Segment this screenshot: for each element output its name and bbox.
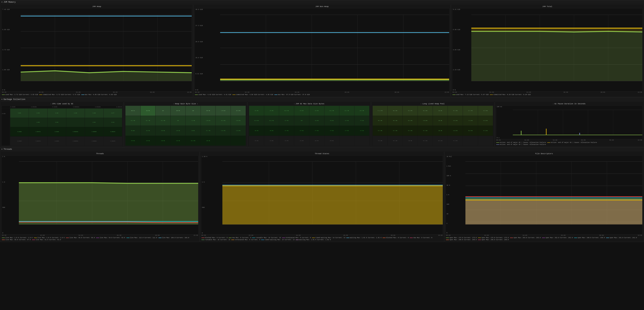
heatmap-cell: 313 MB xyxy=(433,106,448,116)
live-line-icon-5 xyxy=(126,238,130,238)
jvm-total-title: JVM Total xyxy=(452,5,642,8)
threads-x-labels: 00:00 02:00 04:00 06:00 08:00 10:00 xyxy=(2,234,198,236)
live-line-icon xyxy=(2,238,5,238)
legend-live-7: live Max: 58.0 Current: 57.0 xyxy=(2,239,31,241)
svg-marker-30 xyxy=(471,31,642,81)
heap-gain-title: ℹ Heap Gain Byte Size ▾ xyxy=(125,102,246,105)
info-icon: ℹ xyxy=(294,103,294,105)
legend-open-4: open Max: 252.0 Current: 252.0 xyxy=(542,237,573,239)
jvm-non-heap-x-labels: 00:00 02:00 04:00 06:00 08:00 10:00 xyxy=(194,91,449,93)
legend-new: new Max: 0 Current: 0 xyxy=(228,237,251,239)
heatmap-cell: 303 MB xyxy=(170,106,186,116)
heatmap-cell: 22.2 MB xyxy=(156,116,170,126)
jvm-total-legend: used Max: 7.13 GiB Current: 6.97 GiB com… xyxy=(452,93,642,96)
legend-label: open Max: 241.0 Current: 241.0 xyxy=(610,237,637,239)
jvm-memory-content: JVM Heap 7.45 GiB 5.59 GiB 3.73 GiB 1.86… xyxy=(0,4,644,97)
x-label: 06:00 xyxy=(117,235,122,236)
used-line-icon xyxy=(2,95,5,95)
threads-header[interactable]: ▾ Threads xyxy=(0,147,644,151)
jvm-non-heap-svg xyxy=(195,9,449,91)
jvm-total-svg xyxy=(452,9,642,91)
heatmap-cell: 171 MB xyxy=(309,106,324,116)
file-descriptors-panel: File Descriptors 10 Mil 1 Mil 100 K 10 K… xyxy=(444,151,644,242)
legend-label: open Max: 175.0 Current: 175.0 xyxy=(482,237,509,239)
heatmap-cell: 102 xyxy=(294,116,309,126)
chevron-icon[interactable]: ▾ xyxy=(197,103,198,105)
heatmap-cell: 5.20 MB xyxy=(231,126,246,136)
x-label: 02:00 xyxy=(40,235,45,236)
legend-label: terminated Max: 0 Current: 0 xyxy=(286,237,311,239)
legend-label: open Max: 252.0 Current: 252.0 xyxy=(546,237,573,239)
svg-marker-59 xyxy=(222,186,443,224)
max-line-icon xyxy=(81,95,84,95)
gc-content: ℹ CPU time used by GC 0.0188%0.00696%0.0… xyxy=(0,101,644,147)
heatmap-cell: 122 MB xyxy=(170,136,186,146)
heatmap-cell: 40.5 MB xyxy=(433,136,448,146)
heatmap-grid: 0.025 0.070 0.102 0.150 0.100 0.077 0.03… xyxy=(10,108,122,146)
svg-marker-10 xyxy=(21,71,192,81)
heatmap-cell: 102 xyxy=(156,106,170,116)
threads-title: Threads xyxy=(4,148,12,150)
heatmap-cell: 248 MB xyxy=(156,136,170,146)
gc-pause-x-labels: 00:00 02:00 04:00 06:00 08:00 10:00 xyxy=(496,139,642,141)
jvm-memory-header[interactable]: ▾ JVM Memory xyxy=(0,0,644,4)
open-icon-4 xyxy=(542,238,545,238)
legend-label: open Max: 240.0 Current: 240.0 xyxy=(450,239,477,241)
jvm-non-heap-legend: used Max: 4.42 GiB Current: 4.41 GiB com… xyxy=(194,93,449,96)
heatmap-cell: 50.000 xyxy=(126,126,140,136)
gc-pause-line-icon-0 xyxy=(496,142,499,143)
heatmap-cell: 311 MB xyxy=(140,106,156,116)
x-label: 10:00 xyxy=(187,91,192,93)
heatmap-cell: 0.00671% xyxy=(29,127,47,136)
x-label: 06:00 xyxy=(345,91,349,93)
file-desc-x-labels: 00:00 02:00 04:00 06:00 08:00 10:00 xyxy=(446,234,642,236)
legend-label: live Max: 54.0 Current: 53.0 xyxy=(100,237,125,239)
x-label: 00:00 xyxy=(202,235,206,236)
open-icon-1 xyxy=(446,238,449,238)
jvm-non-heap-title: JVM Non-Heap xyxy=(194,5,449,8)
legend-label: waiting Max: 1.01 K Current: 1.01 K xyxy=(299,239,331,241)
heatmap-cell: 40.5 MB xyxy=(463,126,478,136)
heatmap-cell: 731 MB xyxy=(324,116,339,126)
heatmap-cell: 0.0188% xyxy=(48,136,66,146)
legend-open-5: open Max: 240.0 Current: 240.0 xyxy=(574,237,605,239)
x-label: 02:00 xyxy=(524,139,529,141)
committed-line-icon xyxy=(232,95,236,95)
x-label: 00:00 xyxy=(2,235,6,236)
legend-label: committed Max: 8.28 GiB Current: 8.28 Gi… xyxy=(494,94,530,96)
x-label: 02:00 xyxy=(484,235,489,236)
legend-label: blocked Max: 0 Current: 0 xyxy=(386,237,409,239)
live-line-icon-4 xyxy=(96,238,99,238)
x-label: 08:00 xyxy=(609,139,614,141)
committed-line-icon xyxy=(490,95,493,95)
legend-terminated: terminated Max: 0 Current: 0 xyxy=(282,237,311,239)
heatmap-cell: 171 MB xyxy=(294,106,309,116)
heatmap-cell: 1.09 GB xyxy=(201,116,216,126)
x-label: 04:00 xyxy=(296,235,300,236)
heatmap-cell: 171 MB xyxy=(264,106,279,116)
x-label: 10:00 xyxy=(444,91,449,93)
legend-waiting: waiting Max: 1.01 K Current: 1.01 K xyxy=(346,237,382,239)
heatmap-cell: 72.0 MB xyxy=(373,136,388,146)
thread-states-x-labels: 00:00 02:00 04:00 06:00 08:00 10:00 xyxy=(201,234,443,236)
legend-waiting-2: waiting Max: 1.01 K Current: 1.01 K xyxy=(296,239,331,241)
x-label: 06:00 xyxy=(581,139,586,141)
heatmap-cell xyxy=(231,136,246,146)
legend-label: max Max: 37.0 GiB Current: 37.0 GiB xyxy=(278,94,310,96)
file-desc-legend: open Max: 174.0 Current: 173.0 open Max:… xyxy=(446,236,642,241)
x-label: 00:00 xyxy=(2,91,6,93)
heatmap-cell: 252 MB xyxy=(433,126,448,136)
heatmap-cell: 81.8 MB xyxy=(418,106,433,116)
gc-header[interactable]: ▾ Garbage Collection xyxy=(0,97,644,101)
x-label: 08:00 xyxy=(391,235,395,236)
heatmap-cell: 31.2 MB xyxy=(126,116,140,126)
gc-pause-title: ℹ Gc Pause Duration In Seconds xyxy=(496,102,642,105)
svg-marker-60 xyxy=(222,185,443,186)
runnable-2-icon xyxy=(202,240,204,240)
heatmap-cell: 0.013 xyxy=(104,118,122,127)
x-label: 10:00 xyxy=(638,139,642,141)
terminated-2-icon xyxy=(231,240,234,240)
heatmap-cell xyxy=(10,118,29,127)
jvm-gc-max-heatmap: 171 MB 171 MB 80.5 MB 171 MB 171 MB 63.1… xyxy=(249,105,370,146)
legend-label: waiting Max: 1.01 K Current: 1.01 K xyxy=(350,237,382,239)
